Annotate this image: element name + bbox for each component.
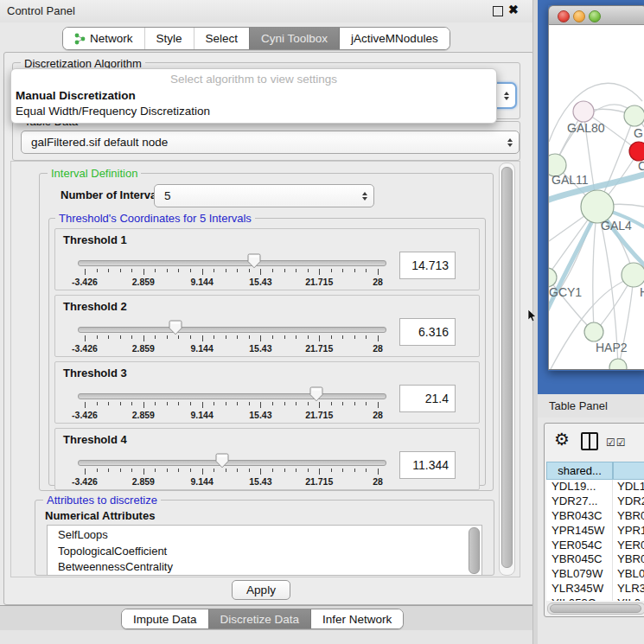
tick-label: -3.426 (72, 410, 98, 420)
tick-mark (85, 402, 86, 408)
network-window-titlebar[interactable] (548, 5, 644, 25)
tick-mark (260, 335, 261, 341)
settings-scrollbar[interactable] (499, 163, 515, 576)
tab-label: jActiveMNodules (351, 32, 438, 45)
tick-mark (226, 269, 226, 272)
control-panel-titlebar: Control Panel ✖ (0, 0, 536, 23)
column-header-shared-name[interactable]: shared... (546, 462, 613, 480)
settings-scrollbar-thumb[interactable] (501, 167, 513, 568)
minimize-traffic-light[interactable] (573, 10, 585, 22)
tab-infer-network[interactable]: Infer Network (310, 609, 403, 628)
algorithm-option[interactable]: Manual Discretization (13, 88, 494, 104)
threshold-value-field[interactable]: 6.316 (399, 318, 456, 346)
attribute-list-item[interactable]: SelfLoops (48, 527, 481, 544)
table-row[interactable]: YBR043CYBR0 (546, 509, 644, 524)
table-row[interactable]: YBR045CYBR0 (546, 552, 644, 567)
table-row[interactable]: YPR145WYPR1 (546, 524, 644, 539)
panel-title: Control Panel (7, 4, 75, 17)
pink-node[interactable] (573, 101, 594, 122)
slider-thumb[interactable] (247, 253, 261, 269)
tick-mark (331, 469, 332, 472)
bottom-node[interactable] (609, 359, 627, 370)
tick-mark (331, 269, 332, 272)
close-icon[interactable]: ✖ (508, 3, 519, 16)
tick-mark (308, 269, 309, 272)
tick-mark (97, 269, 98, 272)
columns-icon[interactable] (581, 432, 598, 450)
table-hscrollbar-thumb[interactable] (550, 604, 641, 613)
cell-name: YPR1 (613, 524, 644, 539)
tick-mark (108, 402, 109, 405)
slider-thumb[interactable] (169, 320, 182, 335)
table-hscrollbar[interactable] (547, 603, 644, 615)
slider-track[interactable] (78, 327, 386, 333)
table-row[interactable]: YDR27...YDR2 (546, 494, 644, 509)
red-node[interactable] (629, 142, 644, 161)
hap2-node[interactable] (584, 322, 603, 341)
top-right-node[interactable] (624, 105, 644, 126)
attribute-list-item[interactable]: TopologicalCoefficient (48, 544, 481, 560)
algorithm-option[interactable]: Equal Width/Frequency Discretization (13, 104, 494, 119)
apply-button[interactable]: Apply (232, 580, 290, 600)
float-window-icon[interactable] (493, 6, 503, 16)
tick-mark (214, 469, 214, 472)
table-row[interactable]: YDL19...YDL1 (546, 480, 644, 494)
top-tab-strip: NetworkStyleSelectCyni ToolboxjActiveMNo… (0, 22, 536, 52)
number-of-intervals-combobox[interactable]: 5 (154, 184, 374, 207)
checkbox-icons[interactable]: ☑☑ (606, 437, 627, 449)
node-label: GAL11 (552, 173, 589, 187)
close-traffic-light[interactable] (558, 10, 570, 22)
slider-thumb[interactable] (309, 386, 323, 402)
node-label: GCY1 (549, 285, 582, 299)
tick-mark (249, 469, 250, 472)
threshold-value-field[interactable]: 11.344 (399, 451, 456, 479)
tab-style[interactable]: Style (144, 28, 194, 49)
tick-label: -3.426 (72, 277, 98, 287)
network-canvas[interactable]: GAL80GCGAL11GAL4GCY1HHAP2 (548, 25, 644, 370)
tab-cyni-toolbox[interactable]: Cyni Toolbox (249, 28, 339, 49)
tab-network[interactable]: Network (63, 28, 144, 49)
tick-mark (167, 402, 168, 405)
tab-impute-data[interactable]: Impute Data (122, 609, 208, 628)
tab-jactivemnodules[interactable]: jActiveMNodules (339, 28, 450, 49)
gear-icon[interactable]: ⚙ (554, 429, 570, 450)
tick-mark (296, 469, 296, 472)
cell-shared-name: YDR27... (546, 494, 613, 509)
tick-mark (120, 469, 121, 472)
tick-mark (190, 402, 191, 405)
zoom-traffic-light[interactable] (589, 10, 601, 22)
gcy1-node[interactable] (549, 268, 557, 287)
tick-mark (308, 469, 309, 472)
table-data-combobox[interactable]: galFiltered.sif default node (21, 131, 520, 154)
tick-mark (155, 269, 156, 272)
column-header-name[interactable]: na (613, 462, 644, 480)
slider-track[interactable] (78, 460, 386, 466)
tick-label: 21.715 (305, 343, 333, 354)
tab-discretize-data[interactable]: Discretize Data (208, 609, 311, 628)
bottom-tab-strip: Impute DataDiscretize DataInfer Network (0, 605, 536, 631)
threshold-value-field[interactable]: 14.713 (399, 252, 456, 279)
table-row[interactable]: YIL053CYIL0 (546, 596, 644, 601)
tick-mark (284, 335, 285, 339)
bottom-tab-bar: Impute DataDiscretize DataInfer Network (121, 609, 404, 629)
attribute-list-item[interactable]: BetweennessCentrality (48, 559, 481, 576)
slider-track[interactable] (78, 260, 386, 266)
table-row[interactable]: YBL079WYBL0 (546, 567, 644, 582)
cell-name: YBR0 (613, 509, 644, 524)
list-scrollbar[interactable] (469, 527, 480, 574)
tick-mark (97, 402, 98, 405)
table-row[interactable]: YER054CYER0 (546, 539, 644, 553)
slider-thumb[interactable] (215, 453, 229, 469)
node-label: G (634, 126, 643, 140)
slider-track[interactable] (78, 393, 386, 399)
threshold-value-field[interactable]: 21.4 (399, 385, 456, 412)
tab-select[interactable]: Select (194, 28, 250, 49)
table-row[interactable]: YLR345WYLR3 (546, 582, 644, 596)
tick-mark (97, 469, 98, 472)
right-node[interactable] (622, 263, 644, 287)
combo-arrows-icon (504, 92, 509, 100)
tick-mark (284, 269, 285, 272)
tick-mark (85, 269, 86, 275)
tick-mark (108, 269, 109, 272)
threshold-row: Threshold 4-3.4262.8599.14415.4321.71528… (54, 428, 480, 490)
